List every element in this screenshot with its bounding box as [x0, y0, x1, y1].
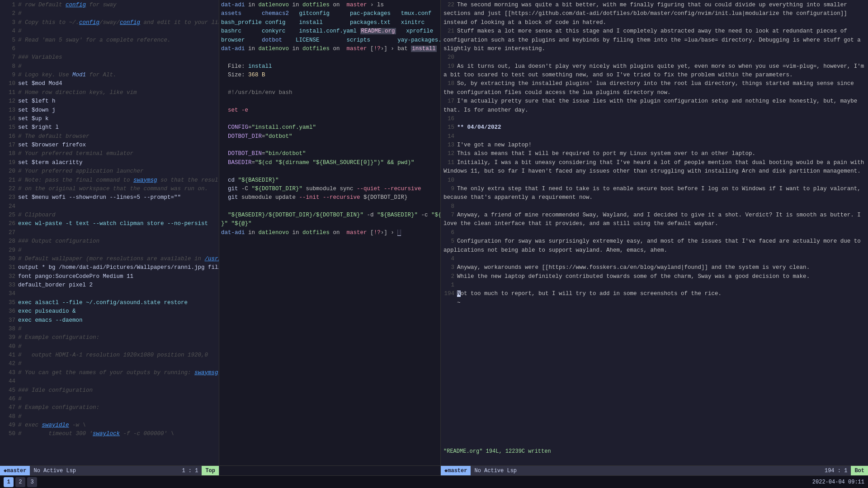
right-cursor-pos: 194 : 1: [821, 468, 851, 474]
right-pane: 22The second morning was quite a bit bet…: [441, 0, 868, 465]
system-clock: 2022-04-04 09:11: [812, 479, 864, 485]
write-confirmation: "README.org" 194L, 12239C written: [443, 448, 868, 455]
status-bar: ◆ master No Active Lsp 1 : 1 Top ◆ maste…: [0, 465, 868, 475]
right-scroll-pos: Bot: [851, 466, 868, 476]
right-branch-icon: ◆: [444, 467, 448, 474]
right-pane-content: 22The second morning was quite a bit bet…: [443, 1, 865, 307]
left-pane-content: 1# row Default config for sway 2# 3# Cop…: [3, 1, 216, 439]
left-pane: 1# row Default config for sway 2# 3# Cop…: [0, 0, 219, 465]
left-status-bar: ◆ master No Active Lsp 1 : 1 Top: [0, 466, 219, 476]
workspace-1[interactable]: 1: [4, 477, 14, 487]
right-branch-indicator: ◆ master: [441, 466, 471, 476]
right-status-bar: ◆ master No Active Lsp 194 : 1 Bot: [441, 466, 868, 476]
right-status-right: 194 : 1 Bot: [821, 466, 868, 476]
middle-pane-content: dat-adi in datlenovo in dotfiles on mast…: [221, 1, 439, 237]
workspace-3[interactable]: 3: [27, 477, 37, 487]
right-lsp-status: No Active Lsp: [471, 468, 520, 474]
middle-status-bar: [219, 466, 441, 476]
left-branch-icon: ◆: [4, 467, 7, 474]
left-cursor-pos: 1 : 1: [178, 468, 202, 474]
main-area: 1# row Default config for sway 2# 3# Cop…: [0, 0, 868, 465]
left-scroll-pos: Top: [202, 466, 219, 476]
workspace-2[interactable]: 2: [15, 477, 25, 487]
middle-pane: dat-adi in datlenovo in dotfiles on mast…: [219, 0, 441, 465]
left-branch-name: master: [7, 468, 26, 474]
taskbar: 1 2 3 2022-04-04 09:11: [0, 475, 868, 488]
right-branch-name: master: [448, 468, 467, 474]
left-lsp-status: No Active Lsp: [30, 468, 80, 474]
left-branch-indicator: ◆ master: [0, 466, 30, 476]
workspace-switcher[interactable]: 1 2 3: [4, 477, 37, 487]
left-status-right: 1 : 1 Top: [178, 466, 219, 476]
